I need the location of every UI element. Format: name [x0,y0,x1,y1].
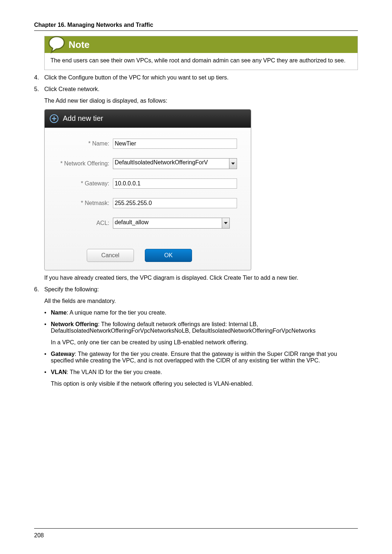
bullet-gateway-text: : The gateway for the tier you create. E… [51,351,337,364]
bullet-vlan-text2: This option is only visible if the netwo… [51,381,358,387]
bullet-gateway-label: Gateway [51,351,75,357]
chevron-down-icon [222,218,229,228]
step-5-after-dialog: If you have already created tiers, the V… [44,275,358,281]
bullet-vlan-text1: : The VLAN ID for the tier you create. [67,369,162,375]
step-6-text-2: All the fields are mandatory. [44,298,358,304]
page-number: 208 [34,532,44,539]
divider [34,30,358,31]
bullet-vlan: VLAN: The VLAN ID for the tier you creat… [44,369,358,387]
dialog-title: Add new tier [63,114,103,123]
chapter-heading: Chapter 16. Managing Networks and Traffi… [34,22,358,28]
step-5-text-2: The Add new tier dialog is displayed, as… [44,98,358,104]
step-5-number: 5. [34,86,44,281]
offering-label: * Network Offering: [52,160,113,167]
note-header: Note [45,36,358,53]
step-5-text-1: Click Create network. [44,86,358,93]
note-body: The end users can see their own VPCs, wh… [45,53,358,70]
bullet-gateway: Gateway: The gateway for the tier you cr… [44,351,358,364]
netmask-label: * Netmask: [52,200,113,206]
step-4-text: Click the Configure button of the VPC fo… [44,74,358,81]
step-6-text-1: Specify the following: [44,286,358,293]
plus-circle-icon [50,114,58,123]
acl-select[interactable]: default_allow [113,218,230,229]
step-6-number: 6. [34,286,44,392]
speech-bubble-icon [47,34,66,54]
bullet-name-text: : A unique name for the tier you create. [67,309,167,316]
bullet-name: Name: A unique name for the tier you cre… [44,309,358,316]
offering-select[interactable]: DefaultIsolatedNetworkOfferingForV [113,158,237,169]
bullet-vlan-label: VLAN [51,369,67,375]
cancel-button[interactable]: Cancel [87,249,134,262]
dialog-header: Add new tier [45,110,251,128]
bullet-name-label: Name [51,309,67,316]
note-box: Note The end users can see their own VPC… [44,36,358,70]
bullet-network-offering: Network Offering: The following default … [44,321,358,346]
bullet-offering-text2: In a VPC, only one tier can be created b… [51,339,358,346]
gateway-input[interactable] [113,178,237,189]
step-4-number: 4. [34,74,44,81]
acl-label: ACL: [52,220,113,226]
acl-value: default_allow [113,218,222,228]
gateway-label: * Gateway: [52,180,113,187]
netmask-input[interactable] [113,198,237,208]
add-new-tier-dialog: Add new tier * Name: * Network Offering:… [44,109,251,270]
note-title: Note [69,39,90,50]
offering-value: DefaultIsolatedNetworkOfferingForV [113,159,229,169]
ok-button[interactable]: OK [145,249,192,262]
chevron-down-icon [229,159,237,169]
bullet-offering-label: Network Offering [51,321,98,327]
divider [34,528,358,529]
name-label: * Name: [52,140,113,147]
name-input[interactable] [113,139,237,149]
